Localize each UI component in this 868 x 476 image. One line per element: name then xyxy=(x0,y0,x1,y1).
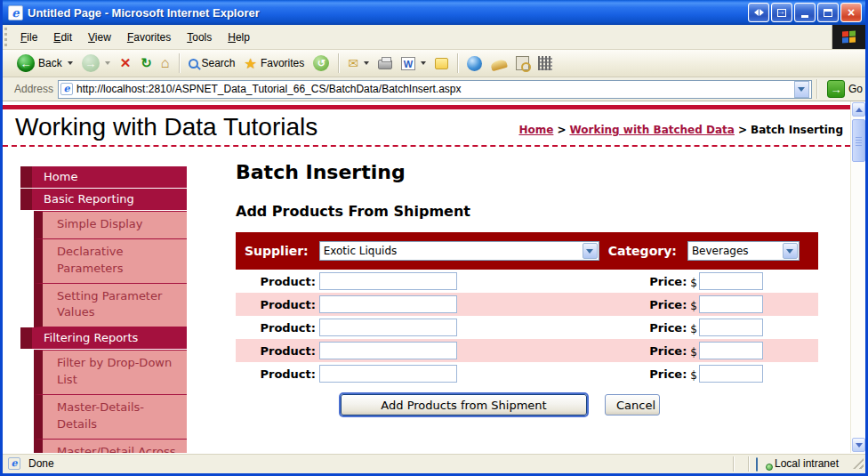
product-name-input-4[interactable] xyxy=(319,342,457,359)
chevron-down-icon xyxy=(856,443,863,448)
supplier-value: Exotic Liquids xyxy=(324,245,582,257)
maximize-button[interactable] xyxy=(817,3,839,22)
favorites-label: Favorites xyxy=(261,57,304,69)
minimize-button[interactable] xyxy=(794,3,816,22)
chevron-down-icon xyxy=(586,249,593,254)
edit-with-word-button[interactable]: W xyxy=(397,55,430,72)
local-intranet-icon xyxy=(756,458,770,470)
product-name-input-1[interactable] xyxy=(319,272,457,290)
address-label: Address xyxy=(12,83,58,95)
search-button[interactable]: Search xyxy=(184,55,240,71)
status-page-icon: e xyxy=(8,457,20,470)
research-button[interactable] xyxy=(511,54,534,72)
currency-symbol: $ xyxy=(690,346,697,359)
detach-window-button[interactable] xyxy=(771,3,792,22)
messenger-button[interactable] xyxy=(462,54,486,73)
stop-icon: ✕ xyxy=(119,55,133,71)
resize-grip[interactable] xyxy=(853,458,864,469)
price-input-4[interactable] xyxy=(699,342,763,359)
go-button[interactable]: → Go xyxy=(827,80,863,98)
breadcrumb: Home>Working with Batched Data>Batch Ins… xyxy=(518,124,843,136)
address-input[interactable]: e http://localhost:2810/ASPNET_Data_Tuto… xyxy=(58,80,812,99)
breadcrumb-separator: > xyxy=(553,124,569,136)
printer-icon xyxy=(378,60,392,69)
menu-favorites[interactable]: Favorites xyxy=(119,28,179,46)
batch-insert-form: Supplier: Exotic Liquids Category: Bever… xyxy=(236,232,818,415)
title-bar: e Untitled Page - Microsoft Internet Exp… xyxy=(3,0,865,25)
menu-help[interactable]: Help xyxy=(220,28,258,46)
supplier-dropdown-button[interactable] xyxy=(583,243,598,259)
refresh-button[interactable]: ↻ xyxy=(136,53,157,73)
refresh-icon: ↻ xyxy=(141,55,152,71)
home-button[interactable]: ⌂ xyxy=(157,53,174,73)
page-viewport: Working with Data Tutorials Home>Working… xyxy=(3,101,865,453)
sidebar-item-filtering-reports[interactable]: Filtering Reports xyxy=(20,327,187,349)
price-input-2[interactable] xyxy=(699,295,763,313)
forward-dropdown-icon xyxy=(105,61,110,65)
research-icon xyxy=(516,56,529,70)
price-input-3[interactable] xyxy=(699,319,763,336)
window-title: Untitled Page - Microsoft Internet Explo… xyxy=(28,6,748,20)
discuss-icon xyxy=(490,59,508,71)
scroll-up-button[interactable] xyxy=(852,102,865,117)
menu-file[interactable]: File xyxy=(12,28,45,46)
favorites-button[interactable]: ★ Favorites xyxy=(240,53,309,74)
product-row-1: Product: Price: $ xyxy=(236,270,818,293)
word-dropdown-icon xyxy=(421,61,426,65)
cancel-button[interactable]: Cancel xyxy=(605,394,660,415)
forward-button[interactable]: → xyxy=(77,52,115,74)
matrix-icon xyxy=(538,56,552,70)
back-button[interactable]: ← Back xyxy=(12,52,77,74)
print-button[interactable] xyxy=(374,55,397,71)
add-products-button[interactable]: Add Products from Shipment xyxy=(341,394,587,415)
sidebar-item-master-details-details[interactable]: Master-Details-Details xyxy=(34,395,187,440)
sidebar-item-declarative-parameters[interactable]: Declarative Parameters xyxy=(34,239,187,284)
menu-edit[interactable]: Edit xyxy=(45,28,80,46)
product-label: Product: xyxy=(236,321,316,335)
sidebar-item-home[interactable]: Home xyxy=(20,166,187,188)
price-input-5[interactable] xyxy=(699,365,763,383)
category-dropdown-button[interactable] xyxy=(783,243,798,259)
product-row-2: Product: Price: $ xyxy=(236,293,818,316)
breadcrumb-home-link[interactable]: Home xyxy=(518,124,553,136)
mail-icon: ✉ xyxy=(348,56,358,70)
toolbar-grip[interactable] xyxy=(4,28,11,46)
encoder-button[interactable] xyxy=(534,54,557,72)
back-dropdown-icon xyxy=(68,61,73,65)
close-button[interactable]: × xyxy=(840,3,862,22)
notes-button[interactable] xyxy=(430,56,453,71)
menu-bar: File Edit View Favorites Tools Help xyxy=(3,25,865,50)
go-arrow-icon: → xyxy=(827,80,845,98)
supplier-select[interactable]: Exotic Liquids xyxy=(319,241,599,261)
product-name-input-3[interactable] xyxy=(319,319,457,336)
price-input-1[interactable] xyxy=(699,272,763,290)
home-icon: ⌂ xyxy=(161,55,170,71)
product-row-3: Product: Price: $ xyxy=(236,316,818,339)
discuss-button[interactable] xyxy=(486,55,511,71)
menu-tools[interactable]: Tools xyxy=(179,28,220,46)
address-dropdown-button[interactable] xyxy=(794,81,809,98)
menu-view[interactable]: View xyxy=(80,28,119,46)
sidebar-item-filter-by-dropdown-list[interactable]: Filter by Drop-Down List xyxy=(34,350,187,395)
price-label: Price: xyxy=(649,321,687,335)
pan-left-right-button[interactable] xyxy=(748,3,769,22)
product-name-input-5[interactable] xyxy=(319,365,457,383)
maximize-icon xyxy=(824,9,832,17)
category-select[interactable]: Beverages xyxy=(687,241,800,261)
sidebar-item-setting-parameter-values[interactable]: Setting Parameter Values xyxy=(34,284,187,328)
sidebar-item-simple-display[interactable]: Simple Display xyxy=(34,211,187,239)
sidebar-item-master-detail-across[interactable]: Master/Detail Across xyxy=(34,440,187,453)
left-right-arrows-icon xyxy=(754,9,764,16)
mail-button[interactable]: ✉ xyxy=(343,54,374,72)
product-name-input-2[interactable] xyxy=(319,295,457,313)
history-button[interactable]: ↺ xyxy=(309,53,334,73)
scrollbar-thumb[interactable] xyxy=(852,119,865,162)
breadcrumb-section-link[interactable]: Working with Batched Data xyxy=(569,124,734,136)
product-label: Product: xyxy=(236,367,316,381)
scroll-down-button[interactable] xyxy=(852,438,865,452)
vertical-scrollbar[interactable] xyxy=(850,101,865,453)
mail-dropdown-icon xyxy=(364,61,369,65)
sidebar-item-basic-reporting[interactable]: Basic Reporting xyxy=(20,189,187,210)
product-label: Product: xyxy=(236,275,316,288)
stop-button[interactable]: ✕ xyxy=(115,53,137,73)
